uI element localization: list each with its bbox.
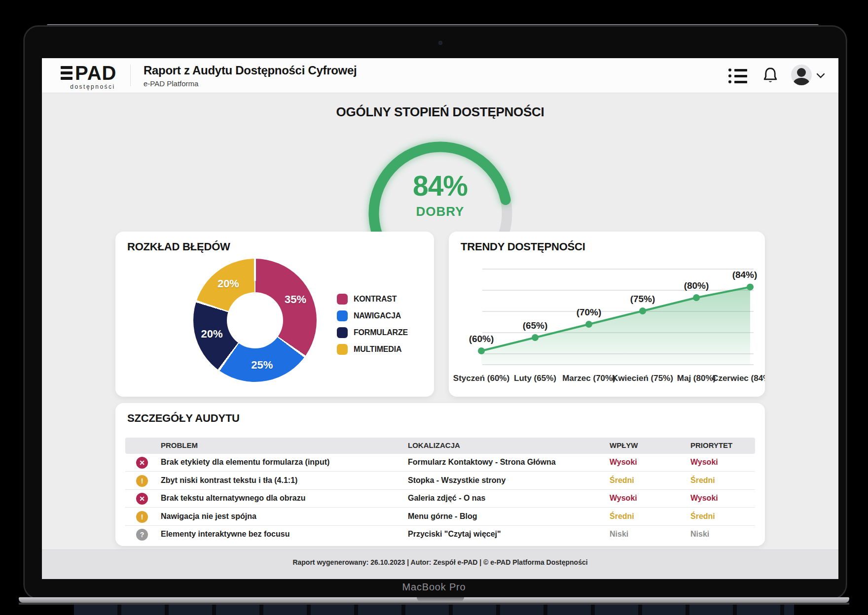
legend-label: KONTRAST bbox=[354, 295, 397, 304]
data-point bbox=[693, 294, 700, 301]
donut-hole bbox=[227, 292, 283, 348]
legend-swatch bbox=[337, 310, 348, 321]
table-row: ?Elementy interaktywne bez focusuPrzycis… bbox=[125, 526, 755, 544]
point-value-label: (80%) bbox=[684, 280, 709, 291]
error-icon: ✕ bbox=[136, 457, 148, 469]
gauge-value-label: 84% bbox=[42, 170, 838, 202]
point-value-label: (84%) bbox=[732, 270, 758, 280]
audit-details-card: SZCZEGÓŁY AUDYTU PROBLEMLOKALIZACJAWPŁYW… bbox=[115, 403, 765, 546]
x-axis-label: Kwiecień (75%) bbox=[612, 374, 673, 383]
dashboard-screen: PAD dostępności Raport z Audytu Dostępno… bbox=[42, 58, 838, 579]
laptop-base-notch bbox=[417, 597, 464, 602]
impact-cell: Średni bbox=[610, 512, 634, 521]
user-avatar[interactable] bbox=[791, 65, 812, 85]
warning-icon: ! bbox=[136, 511, 148, 523]
gauge-title: OGÓLNY STOPIEŃ DOSTĘPNOŚCI bbox=[42, 104, 838, 120]
problem-cell: Elementy interaktywne bez focusu bbox=[161, 530, 289, 539]
priority-cell: Wysoki bbox=[690, 458, 718, 467]
gauge-status-label: DOBRY bbox=[42, 204, 838, 219]
header-divider bbox=[130, 65, 131, 86]
chevron-down-icon[interactable] bbox=[816, 72, 825, 81]
x-axis-label: Czerwiec (84%) bbox=[712, 374, 765, 383]
point-value-label: (65%) bbox=[523, 320, 548, 331]
location-cell: Stopka - Wszystkie strony bbox=[408, 476, 506, 485]
table-row: !Nawigacja nie jest spójnaMenu górne - B… bbox=[125, 508, 755, 526]
logo-text: PAD bbox=[75, 63, 116, 83]
webcam-icon bbox=[438, 41, 442, 45]
table-header-row: PROBLEMLOKALIZACJAWPŁYWPRIORYTET bbox=[125, 438, 755, 454]
legend-item: KONTRAST bbox=[337, 294, 408, 305]
donut-segment-label: 20% bbox=[201, 328, 222, 341]
point-value-label: (70%) bbox=[577, 307, 602, 317]
question-icon: ? bbox=[136, 529, 148, 541]
x-axis-label: Luty (65%) bbox=[514, 374, 556, 383]
donut-legend: KONTRASTNAWIGACJAFORMULARZEMULTIMEDIA bbox=[337, 294, 408, 361]
problem-cell: Zbyt niski kontrast tekstu i tła (4.1:1) bbox=[161, 476, 297, 485]
trends-card: TRENDY DOSTĘPNOŚCI (60%)Styczeń (60%)(65… bbox=[449, 232, 765, 397]
priority-cell: Niski bbox=[690, 530, 709, 539]
device-label: MacBook Pro bbox=[0, 581, 868, 593]
legend-item: MULTIMEDIA bbox=[337, 344, 408, 355]
point-value-label: (60%) bbox=[469, 334, 494, 344]
donut-segment-label: 20% bbox=[217, 277, 239, 290]
area-fill bbox=[481, 287, 750, 365]
table-row: !Zbyt niski kontrast tekstu i tła (4.1:1… bbox=[125, 472, 755, 490]
warning-icon: ! bbox=[136, 475, 148, 487]
error-distribution-card: ROZKŁAD BŁĘDÓW 35%25%20%20% KONTRASTNAWI… bbox=[115, 232, 434, 397]
data-point bbox=[639, 308, 646, 314]
impact-cell: Średni bbox=[610, 476, 634, 485]
donut-segment-label: 25% bbox=[251, 359, 273, 372]
column-header: PRIORYTET bbox=[690, 441, 732, 449]
error-icon: ✕ bbox=[136, 493, 148, 505]
legend-label: FORMULARZE bbox=[354, 328, 408, 337]
point-value-label: (75%) bbox=[630, 294, 655, 304]
x-axis-label: Maj (80%) bbox=[677, 374, 716, 383]
error-distribution-title: ROZKŁAD BŁĘDÓW bbox=[127, 240, 230, 253]
data-point bbox=[478, 347, 485, 354]
macbook-mockup: PAD dostępności Raport z Audytu Dostępno… bbox=[0, 0, 868, 615]
location-cell: Formularz Kontaktowy - Strona Główna bbox=[408, 458, 556, 467]
legend-label: MULTIMEDIA bbox=[354, 345, 401, 354]
column-header: LOKALIZACJA bbox=[408, 441, 460, 449]
legend-swatch bbox=[337, 294, 348, 305]
line-chart: (60%)Styczeń (60%)(65%)Luty (65%)(70%)Ma… bbox=[449, 232, 765, 397]
legend-item: FORMULARZE bbox=[337, 327, 408, 338]
table-row: ✕Brak etykiety dla elementu formularza (… bbox=[125, 454, 755, 472]
legend-label: NAWIGACJA bbox=[354, 311, 401, 320]
logo-bars-icon bbox=[61, 66, 72, 80]
logo-subtext: dostępności bbox=[61, 83, 125, 90]
laptop-keyboard bbox=[74, 605, 794, 615]
page-subtitle: e-PAD Platforma bbox=[144, 79, 198, 88]
donut-chart: 35%25%20%20% bbox=[193, 259, 317, 382]
x-axis-label: Styczeń (60%) bbox=[453, 374, 509, 383]
avatar-body-icon bbox=[794, 78, 809, 85]
problem-cell: Brak tekstu alternatywnego dla obrazu bbox=[161, 494, 305, 503]
column-header: PROBLEM bbox=[161, 441, 198, 449]
avatar-head-icon bbox=[797, 68, 806, 77]
app-header: PAD dostępności Raport z Audytu Dostępno… bbox=[42, 58, 838, 93]
audit-details-title: SZCZEGÓŁY AUDYTU bbox=[127, 412, 240, 425]
priority-cell: Wysoki bbox=[690, 494, 718, 503]
list-icon[interactable] bbox=[728, 68, 748, 83]
data-point bbox=[747, 283, 754, 290]
data-point bbox=[585, 321, 592, 328]
page-title: Raport z Audytu Dostępności Cyfrowej bbox=[144, 64, 357, 77]
legend-item: NAWIGACJA bbox=[337, 310, 408, 321]
impact-cell: Niski bbox=[610, 530, 628, 539]
impact-cell: Wysoki bbox=[610, 458, 637, 467]
location-cell: Przyciski "Czytaj więcej" bbox=[408, 530, 501, 539]
bell-icon[interactable] bbox=[761, 66, 780, 88]
impact-cell: Wysoki bbox=[610, 494, 637, 503]
location-cell: Menu górne - Blog bbox=[408, 512, 477, 521]
table-row: ✕Brak tekstu alternatywnego dla obrazuGa… bbox=[125, 490, 755, 508]
report-footer: Raport wygenerowany: 26.10.2023 | Autor:… bbox=[42, 549, 838, 579]
priority-cell: Średni bbox=[690, 512, 715, 521]
x-axis-label: Marzec (70%) bbox=[562, 374, 615, 383]
column-header: WPŁYW bbox=[610, 441, 638, 449]
priority-cell: Średni bbox=[690, 476, 715, 485]
report-footer-text: Raport wygenerowany: 26.10.2023 | Autor:… bbox=[42, 558, 838, 566]
legend-swatch bbox=[337, 344, 348, 355]
problem-cell: Brak etykiety dla elementu formularza (i… bbox=[161, 458, 329, 467]
legend-swatch bbox=[337, 327, 348, 338]
data-point bbox=[532, 334, 539, 341]
